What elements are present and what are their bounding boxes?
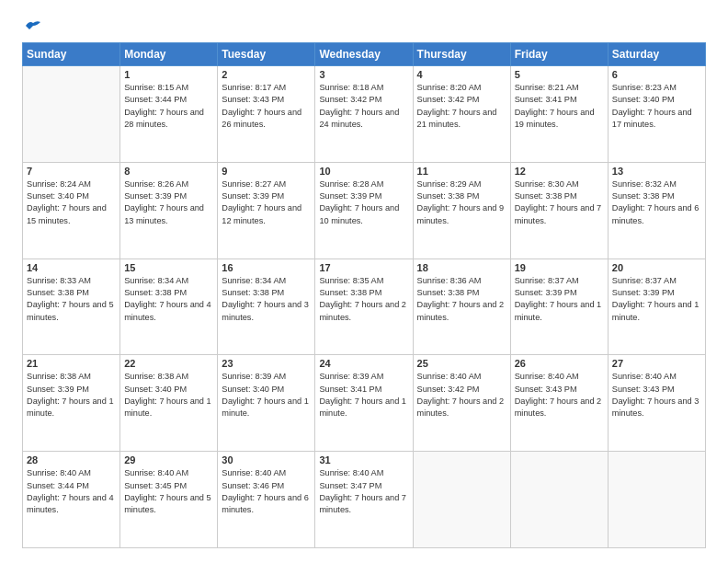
calendar-cell: 13Sunrise: 8:32 AMSunset: 3:38 PMDayligh… — [608, 162, 705, 259]
day-number: 12 — [515, 166, 604, 177]
day-info: Sunrise: 8:33 AMSunset: 3:38 PMDaylight:… — [27, 275, 116, 324]
calendar-cell: 8Sunrise: 8:26 AMSunset: 3:39 PMDaylight… — [120, 162, 218, 259]
calendar-cell: 23Sunrise: 8:39 AMSunset: 3:40 PMDayligh… — [218, 355, 315, 452]
calendar-cell — [608, 452, 705, 548]
calendar-cell: 20Sunrise: 8:37 AMSunset: 3:39 PMDayligh… — [608, 259, 705, 355]
column-header-sunday: Sunday — [23, 43, 120, 66]
day-info: Sunrise: 8:21 AMSunset: 3:41 PMDaylight:… — [515, 82, 604, 131]
day-info: Sunrise: 8:39 AMSunset: 3:41 PMDaylight:… — [319, 371, 408, 419]
column-header-thursday: Thursday — [413, 43, 510, 66]
calendar-cell: 10Sunrise: 8:28 AMSunset: 3:39 PMDayligh… — [315, 162, 413, 259]
column-header-friday: Friday — [510, 43, 608, 66]
day-info: Sunrise: 8:40 AMSunset: 3:43 PMDaylight:… — [515, 371, 604, 419]
day-number: 24 — [319, 358, 408, 369]
column-header-monday: Monday — [120, 43, 218, 66]
page: SundayMondayTuesdayWednesdayThursdayFrid… — [0, 0, 728, 563]
column-header-tuesday: Tuesday — [218, 43, 315, 66]
day-info: Sunrise: 8:30 AMSunset: 3:38 PMDaylight:… — [515, 178, 604, 227]
day-number: 13 — [612, 166, 701, 177]
day-number: 16 — [222, 262, 311, 273]
column-header-wednesday: Wednesday — [315, 43, 413, 66]
day-info: Sunrise: 8:37 AMSunset: 3:39 PMDaylight:… — [515, 275, 604, 324]
day-info: Sunrise: 8:15 AMSunset: 3:44 PMDaylight:… — [124, 82, 213, 131]
day-number: 15 — [124, 262, 213, 273]
day-number: 28 — [27, 454, 116, 465]
calendar-cell: 25Sunrise: 8:40 AMSunset: 3:42 PMDayligh… — [413, 355, 510, 452]
calendar-cell: 14Sunrise: 8:33 AMSunset: 3:38 PMDayligh… — [23, 259, 120, 355]
day-info: Sunrise: 8:36 AMSunset: 3:38 PMDaylight:… — [417, 275, 506, 324]
calendar-header-row: SundayMondayTuesdayWednesdayThursdayFrid… — [23, 43, 706, 66]
calendar-cell: 31Sunrise: 8:40 AMSunset: 3:47 PMDayligh… — [315, 452, 413, 548]
day-number: 26 — [515, 358, 604, 369]
calendar-cell: 4Sunrise: 8:20 AMSunset: 3:42 PMDaylight… — [413, 66, 510, 163]
calendar-cell: 9Sunrise: 8:27 AMSunset: 3:39 PMDaylight… — [218, 162, 315, 259]
day-info: Sunrise: 8:32 AMSunset: 3:38 PMDaylight:… — [612, 178, 701, 227]
week-row-3: 14Sunrise: 8:33 AMSunset: 3:38 PMDayligh… — [23, 259, 706, 355]
calendar-cell: 30Sunrise: 8:40 AMSunset: 3:46 PMDayligh… — [218, 452, 315, 548]
day-number: 3 — [319, 69, 408, 80]
day-number: 4 — [417, 69, 506, 80]
day-info: Sunrise: 8:39 AMSunset: 3:40 PMDaylight:… — [222, 371, 311, 419]
day-number: 21 — [27, 358, 116, 369]
day-info: Sunrise: 8:38 AMSunset: 3:40 PMDaylight:… — [124, 371, 213, 419]
calendar-cell: 11Sunrise: 8:29 AMSunset: 3:38 PMDayligh… — [413, 162, 510, 259]
week-row-2: 7Sunrise: 8:24 AMSunset: 3:40 PMDaylight… — [23, 162, 706, 259]
calendar-cell: 7Sunrise: 8:24 AMSunset: 3:40 PMDaylight… — [23, 162, 120, 259]
calendar-cell: 1Sunrise: 8:15 AMSunset: 3:44 PMDaylight… — [120, 66, 218, 163]
day-info: Sunrise: 8:27 AMSunset: 3:39 PMDaylight:… — [222, 178, 311, 227]
day-number: 7 — [27, 166, 116, 177]
calendar-cell: 2Sunrise: 8:17 AMSunset: 3:43 PMDaylight… — [218, 66, 315, 163]
calendar-cell — [23, 66, 120, 163]
day-info: Sunrise: 8:26 AMSunset: 3:39 PMDaylight:… — [124, 178, 213, 227]
day-number: 14 — [27, 262, 116, 273]
day-number: 30 — [222, 454, 311, 465]
calendar-cell: 5Sunrise: 8:21 AMSunset: 3:41 PMDaylight… — [510, 66, 608, 163]
day-number: 1 — [124, 69, 213, 80]
week-row-1: 1Sunrise: 8:15 AMSunset: 3:44 PMDaylight… — [23, 66, 706, 163]
calendar-cell — [510, 452, 608, 548]
day-info: Sunrise: 8:34 AMSunset: 3:38 PMDaylight:… — [222, 275, 311, 324]
calendar-cell — [413, 452, 510, 548]
calendar-cell: 6Sunrise: 8:23 AMSunset: 3:40 PMDaylight… — [608, 66, 705, 163]
day-number: 25 — [417, 358, 506, 369]
day-number: 2 — [222, 69, 311, 80]
day-number: 20 — [612, 262, 701, 273]
header — [22, 18, 706, 33]
day-number: 17 — [319, 262, 408, 273]
day-info: Sunrise: 8:40 AMSunset: 3:42 PMDaylight:… — [417, 371, 506, 419]
day-info: Sunrise: 8:23 AMSunset: 3:40 PMDaylight:… — [612, 82, 701, 131]
day-number: 10 — [319, 166, 408, 177]
calendar-cell: 16Sunrise: 8:34 AMSunset: 3:38 PMDayligh… — [218, 259, 315, 355]
logo — [22, 18, 42, 33]
calendar-cell: 26Sunrise: 8:40 AMSunset: 3:43 PMDayligh… — [510, 355, 608, 452]
day-number: 11 — [417, 166, 506, 177]
day-number: 31 — [319, 454, 408, 465]
calendar-cell: 18Sunrise: 8:36 AMSunset: 3:38 PMDayligh… — [413, 259, 510, 355]
day-info: Sunrise: 8:40 AMSunset: 3:47 PMDaylight:… — [319, 467, 408, 516]
day-info: Sunrise: 8:24 AMSunset: 3:40 PMDaylight:… — [27, 178, 116, 227]
calendar-cell: 3Sunrise: 8:18 AMSunset: 3:42 PMDaylight… — [315, 66, 413, 163]
calendar-cell: 19Sunrise: 8:37 AMSunset: 3:39 PMDayligh… — [510, 259, 608, 355]
week-row-5: 28Sunrise: 8:40 AMSunset: 3:44 PMDayligh… — [23, 452, 706, 548]
calendar-cell: 27Sunrise: 8:40 AMSunset: 3:43 PMDayligh… — [608, 355, 705, 452]
day-info: Sunrise: 8:34 AMSunset: 3:38 PMDaylight:… — [124, 275, 213, 324]
day-number: 8 — [124, 166, 213, 177]
day-info: Sunrise: 8:40 AMSunset: 3:43 PMDaylight:… — [612, 371, 701, 419]
logo-bird-icon — [24, 18, 42, 33]
calendar-cell: 29Sunrise: 8:40 AMSunset: 3:45 PMDayligh… — [120, 452, 218, 548]
day-info: Sunrise: 8:38 AMSunset: 3:39 PMDaylight:… — [27, 371, 116, 419]
day-number: 22 — [124, 358, 213, 369]
week-row-4: 21Sunrise: 8:38 AMSunset: 3:39 PMDayligh… — [23, 355, 706, 452]
day-number: 9 — [222, 166, 311, 177]
day-info: Sunrise: 8:20 AMSunset: 3:42 PMDaylight:… — [417, 82, 506, 131]
calendar-cell: 17Sunrise: 8:35 AMSunset: 3:38 PMDayligh… — [315, 259, 413, 355]
day-number: 18 — [417, 262, 506, 273]
day-number: 27 — [612, 358, 701, 369]
day-info: Sunrise: 8:40 AMSunset: 3:44 PMDaylight:… — [27, 467, 116, 516]
calendar: SundayMondayTuesdayWednesdayThursdayFrid… — [22, 42, 706, 548]
calendar-cell: 22Sunrise: 8:38 AMSunset: 3:40 PMDayligh… — [120, 355, 218, 452]
day-number: 23 — [222, 358, 311, 369]
day-info: Sunrise: 8:29 AMSunset: 3:38 PMDaylight:… — [417, 178, 506, 227]
day-info: Sunrise: 8:37 AMSunset: 3:39 PMDaylight:… — [612, 275, 701, 324]
day-info: Sunrise: 8:35 AMSunset: 3:38 PMDaylight:… — [319, 275, 408, 324]
